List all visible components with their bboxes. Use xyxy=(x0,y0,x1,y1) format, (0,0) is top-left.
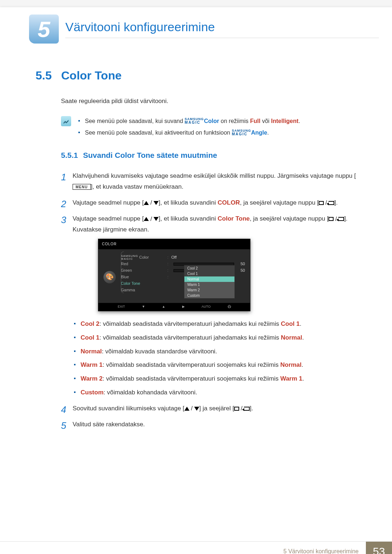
text: või xyxy=(262,118,271,124)
osd-value: Off xyxy=(171,254,176,261)
text-bold: Angle xyxy=(251,130,267,136)
text: on režiimis xyxy=(221,118,250,124)
osd-option: Warm 2 xyxy=(184,287,234,293)
osd-dropdown: Cool 2 Cool 1 Normal Warm 1 Warm 2 Custo… xyxy=(184,265,235,299)
page-number: 53 xyxy=(366,542,392,554)
step: Valitud säte rakendatakse. xyxy=(61,419,359,430)
chapter-number-badge: 5 xyxy=(29,15,59,44)
note-item: See menüü pole saadaval, kui aktiveeritu… xyxy=(78,127,359,139)
option-item: Warm 1: võimaldab seadistada värvitemper… xyxy=(73,360,359,370)
text: ]. xyxy=(334,199,338,206)
text: Soovitud suvandini liikumiseks vajutage … xyxy=(73,405,184,412)
subsection-heading: 5.5.1 Suvandi Color Tone sätete muutmine xyxy=(61,151,359,160)
osd-footer-auto: AUTO xyxy=(201,304,211,310)
note-list: See menüü pole saadaval, kui suvand SAMS… xyxy=(78,115,359,139)
osd-value: 50 xyxy=(236,267,245,274)
osd-values: :Off :50 :50 : Cool 2 Cool 1 Normal Warm… xyxy=(167,254,245,294)
osd-option-selected: Normal xyxy=(184,276,234,282)
step: Vajutage seadmel nuppe [/], et liikuda s… xyxy=(61,213,359,398)
text: , ja seejärel vajutage nuppu [ xyxy=(240,199,319,206)
text-red: Intelligent xyxy=(271,118,299,124)
text: Klahvijuhendi kuvamiseks vajutage seadme… xyxy=(73,172,356,179)
option-item: Cool 1: võimaldab seadistada värvitemper… xyxy=(73,332,359,343)
footer: 5 Värvitooni konfigureerimine 53 xyxy=(0,541,392,554)
text: ], et liikuda suvandini xyxy=(159,199,218,206)
note-item: See menüü pole saadaval, kui suvand SAMS… xyxy=(78,115,359,127)
osd-item: Red xyxy=(121,261,164,267)
brace-icon xyxy=(121,251,124,293)
osd-item: Blue xyxy=(121,274,164,280)
step: Klahvijuhendi kuvamiseks vajutage seadme… xyxy=(61,171,359,192)
header: 5 Värvitooni konfigureerimine xyxy=(0,7,392,44)
up-icon: ▲ xyxy=(162,304,165,310)
option-item: Custom: võimaldab kohandada värvitooni. xyxy=(73,387,359,398)
text: Vajutage seadmel nuppe [ xyxy=(73,199,144,206)
right-icon: ▶ xyxy=(182,304,185,310)
osd-screenshot: COLOR 🎨 SAMSUNGMAGIC Color Red Green Blu… xyxy=(98,239,250,311)
osd-body: 🎨 SAMSUNGMAGIC Color Red Green Blue Colo… xyxy=(98,249,250,296)
osd-header: COLOR xyxy=(98,239,250,249)
footer-text: 5 Värvitooni konfigureerimine xyxy=(283,542,366,554)
osd-value: 50 xyxy=(236,260,245,267)
enter-button-icon: / xyxy=(319,197,334,208)
text-red: Color Tone xyxy=(218,215,250,222)
option-item: Normal: võimaldab kuvada standardse värv… xyxy=(73,346,359,357)
up-down-arrows-icon: / xyxy=(144,197,159,208)
text: ], et liikuda suvandini xyxy=(159,215,218,222)
osd-menu-left: SAMSUNGMAGIC Color Red Green Blue Color … xyxy=(121,254,164,294)
text-bold: Color xyxy=(204,118,219,124)
enter-button-icon: / xyxy=(328,214,344,225)
page: 5 Värvitooni konfigureerimine 5.5 Color … xyxy=(0,7,392,554)
text-red: Full xyxy=(250,118,260,124)
step: Vajutage seadmel nuppe [/], et liikuda s… xyxy=(61,197,359,208)
subsection-title: Suvandi Color Tone sätete muutmine xyxy=(83,151,217,160)
samsung-magic-logo: SAMSUNGMAGIC xyxy=(232,129,251,136)
osd-item: SAMSUNGMAGIC Color xyxy=(121,254,164,261)
down-icon: ▼ xyxy=(142,304,145,310)
osd-option: Cool 1 xyxy=(184,271,234,276)
content: 5.5 Color Tone Saate reguleerida pildi ü… xyxy=(0,44,392,541)
section-title: Color Tone xyxy=(61,69,122,82)
palette-icon: 🎨 xyxy=(103,271,116,283)
osd-item-active: Color Tone xyxy=(121,280,164,287)
power-icon: ⏻ xyxy=(228,304,231,310)
intro-text: Saate reguleerida pildi üldist värvitoon… xyxy=(61,96,359,106)
text: ]. xyxy=(250,405,253,412)
up-down-arrows-icon: / xyxy=(184,403,199,414)
osd-option: Warm 1 xyxy=(184,282,234,287)
text: ], et kuvada vastav menüüekraan. xyxy=(91,183,183,190)
text: Vajutage seadmel nuppe [ xyxy=(73,215,144,222)
enter-button-icon: / xyxy=(234,403,250,414)
section-number: 5.5 xyxy=(36,69,52,82)
osd-footer-exit: EXIT xyxy=(118,304,125,310)
option-item: Warm 2: võimaldab seadistada värvitemper… xyxy=(73,373,359,384)
option-item: Cool 2: võimaldab seadistada värvitemper… xyxy=(73,319,359,329)
osd-item: Green xyxy=(121,267,164,274)
osd-footer: EXIT ▼ ▲ ▶ AUTO ⏻ xyxy=(98,303,250,311)
options-list: Cool 2: võimaldab seadistada värvitemper… xyxy=(73,319,359,398)
osd-option: Custom xyxy=(184,293,234,298)
text: See menüü pole saadaval, kui aktiveeritu… xyxy=(85,130,232,136)
text: . xyxy=(298,118,300,124)
steps-list: Klahvijuhendi kuvamiseks vajutage seadme… xyxy=(61,171,359,430)
step: Soovitud suvandini liikumiseks vajutage … xyxy=(61,403,359,414)
chapter-title: Värvitooni konfigureerimine xyxy=(65,20,379,38)
section-heading: 5.5 Color Tone xyxy=(36,69,359,82)
note-icon xyxy=(61,116,71,126)
osd-option: Cool 2 xyxy=(184,266,234,271)
text: See menüü pole saadaval, kui suvand xyxy=(85,118,185,124)
text: , ja seejärel vajutage nuppu [ xyxy=(250,215,328,222)
text: ] ja seejärel [ xyxy=(199,405,234,412)
menu-button-icon: MENU xyxy=(73,184,91,190)
note-box: See menüü pole saadaval, kui suvand SAMS… xyxy=(61,115,359,139)
osd-item: Gamma xyxy=(121,287,164,294)
up-down-arrows-icon: / xyxy=(144,214,159,225)
text-red: COLOR xyxy=(218,199,240,206)
subsection-number: 5.5.1 xyxy=(61,151,78,160)
samsung-magic-logo: SAMSUNGMAGIC xyxy=(185,118,204,124)
text: . xyxy=(267,130,269,136)
